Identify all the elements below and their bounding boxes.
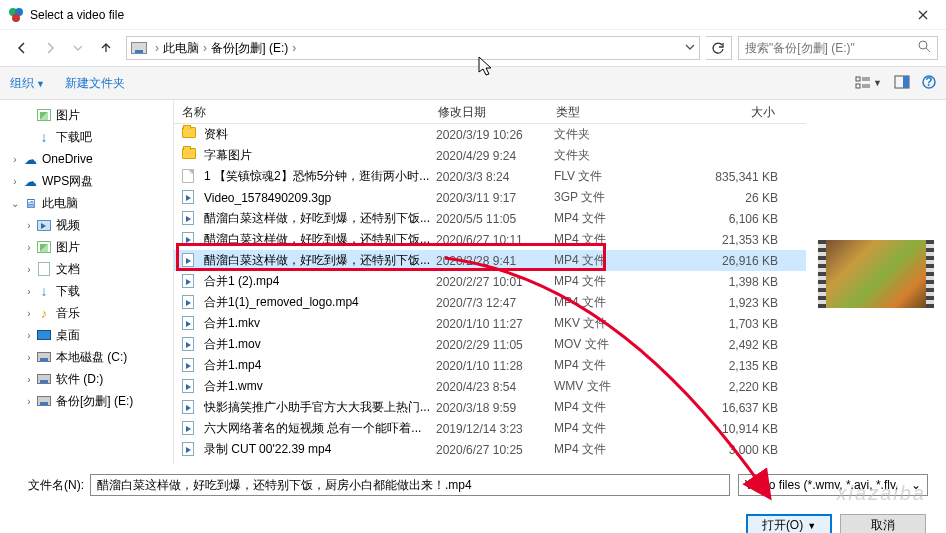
file-row[interactable]: 合并1(1)_removed_logo.mp42020/7/3 12:47MP4… <box>174 292 806 313</box>
address-dropdown[interactable] <box>685 41 695 55</box>
expand-icon[interactable]: › <box>22 396 36 407</box>
expand-icon[interactable]: › <box>22 330 36 341</box>
svg-point-3 <box>919 41 927 49</box>
tree-node[interactable]: ›备份[勿删] (E:) <box>0 390 173 412</box>
cell-name: 合并1.mkv <box>204 315 436 332</box>
document-icon <box>36 261 52 277</box>
file-row[interactable]: 资料2020/3/19 10:26文件夹 <box>174 124 806 145</box>
chevron-down-icon <box>73 43 83 53</box>
new-folder-button[interactable]: 新建文件夹 <box>65 75 125 92</box>
tree-node[interactable]: ›↓下载 <box>0 280 173 302</box>
file-row[interactable]: Video_1578490209.3gp2020/3/11 9:173GP 文件… <box>174 187 806 208</box>
cell-date: 2019/12/14 3:23 <box>436 422 554 436</box>
tree-label: WPS网盘 <box>42 173 93 190</box>
tree-label: 文档 <box>56 261 80 278</box>
help-button[interactable]: ? <box>922 75 936 92</box>
expand-icon[interactable]: ⌄ <box>8 198 22 209</box>
expand-icon[interactable]: › <box>22 286 36 297</box>
cell-name: 快影搞笑推广小助手官方大大我要上热门... <box>204 399 436 416</box>
col-size[interactable]: 大小 <box>672 100 784 123</box>
back-button[interactable] <box>8 34 36 62</box>
search-box[interactable]: 搜索"备份[勿删] (E:)" <box>738 36 938 60</box>
tree-node[interactable]: ›☁OneDrive <box>0 148 173 170</box>
close-button[interactable] <box>900 0 946 30</box>
cell-type: MKV 文件 <box>554 315 678 332</box>
address-bar[interactable]: › 此电脑 › 备份[勿删] (E:) › <box>126 36 700 60</box>
file-row[interactable]: 合并1.mp42020/1/10 11:28MP4 文件2,135 KB <box>174 355 806 376</box>
expand-icon[interactable]: › <box>22 264 36 275</box>
breadcrumb-folder[interactable]: 备份[勿删] (E:) <box>211 40 288 57</box>
list-header[interactable]: 名称 修改日期 类型 大小 <box>174 100 806 124</box>
expand-icon[interactable]: › <box>22 308 36 319</box>
media-file-icon <box>182 442 198 458</box>
disk-icon <box>36 349 52 365</box>
tree-node[interactable]: ›桌面 <box>0 324 173 346</box>
file-row[interactable]: 1 【笑镇惊魂2】恐怖5分钟，逛街两小时...2020/3/3 8:24FLV … <box>174 166 806 187</box>
file-icon <box>182 169 198 185</box>
recent-dropdown[interactable] <box>64 34 92 62</box>
file-row[interactable]: 合并1.wmv2020/4/23 8:54WMV 文件2,220 KB <box>174 376 806 397</box>
expand-icon[interactable]: › <box>22 374 36 385</box>
cell-name: 合并1.mp4 <box>204 357 436 374</box>
filename-input[interactable] <box>90 474 730 496</box>
file-row[interactable]: 合并1 (2).mp42020/2/27 10:01MP4 文件1,398 KB <box>174 271 806 292</box>
tree-node[interactable]: ›文档 <box>0 258 173 280</box>
view-mode-button[interactable]: ▼ <box>855 76 882 90</box>
file-row[interactable]: 快影搞笑推广小助手官方大大我要上热门...2020/3/18 9:59MP4 文… <box>174 397 806 418</box>
file-row[interactable]: 录制 CUT 00'22.39 mp42020/6/27 10:25MP4 文件… <box>174 439 806 460</box>
col-type[interactable]: 类型 <box>548 100 672 123</box>
breadcrumb-sep: › <box>288 41 300 55</box>
expand-icon[interactable]: › <box>22 242 36 253</box>
expand-icon[interactable]: › <box>8 176 22 187</box>
nav-tree[interactable]: ›图片›↓下载吧›☁OneDrive›☁WPS网盘⌄🖥此电脑›视频›图片›文档›… <box>0 100 174 464</box>
disk-icon <box>36 393 52 409</box>
tree-node[interactable]: ›图片 <box>0 104 173 126</box>
preview-pane-icon <box>894 75 910 89</box>
tree-node[interactable]: ›☁WPS网盘 <box>0 170 173 192</box>
tree-node[interactable]: ›本地磁盘 (C:) <box>0 346 173 368</box>
media-file-icon <box>182 358 198 374</box>
tree-label: 桌面 <box>56 327 80 344</box>
chevron-down-icon: ⌄ <box>911 478 921 492</box>
open-button[interactable]: 打开(O)▼ <box>746 514 832 533</box>
tree-node[interactable]: ⌄🖥此电脑 <box>0 192 173 214</box>
forward-button[interactable] <box>36 34 64 62</box>
tree-node[interactable]: ›视频 <box>0 214 173 236</box>
tree-node[interactable]: ›图片 <box>0 236 173 258</box>
col-date[interactable]: 修改日期 <box>430 100 548 123</box>
breadcrumb-root[interactable]: 此电脑 <box>163 40 199 57</box>
file-row[interactable]: 六大网络著名的短视频 总有一个能吓着...2019/12/14 3:23MP4 … <box>174 418 806 439</box>
help-icon: ? <box>922 75 936 89</box>
preview-pane <box>806 100 946 464</box>
file-type-filter[interactable]: Video files (*.wmv, *.avi, *.flv, ⌄ <box>738 474 928 496</box>
cell-size: 2,492 KB <box>678 338 778 352</box>
tree-label: 下载 <box>56 283 80 300</box>
cell-size: 26 KB <box>678 191 778 205</box>
media-file-icon <box>182 400 198 416</box>
tree-node[interactable]: ›↓下载吧 <box>0 126 173 148</box>
cell-date: 2020/3/18 9:59 <box>436 401 554 415</box>
file-row[interactable]: 醋溜白菜这样做，好吃到爆，还特别下饭...2020/6/27 10:11MP4 … <box>174 229 806 250</box>
refresh-button[interactable] <box>706 36 732 60</box>
tree-node[interactable]: ›软件 (D:) <box>0 368 173 390</box>
organize-menu[interactable]: 组织▼ <box>10 75 45 92</box>
cell-name: 字幕图片 <box>204 147 436 164</box>
cell-date: 2020/1/10 11:27 <box>436 317 554 331</box>
expand-icon[interactable]: › <box>22 220 36 231</box>
file-row[interactable]: 醋溜白菜这样做，好吃到爆，还特别下饭...2020/5/5 11:05MP4 文… <box>174 208 806 229</box>
download-icon: ↓ <box>36 283 52 299</box>
file-row[interactable]: 字幕图片2020/4/29 9:24文件夹 <box>174 145 806 166</box>
file-row[interactable]: 合并1.mov2020/2/29 11:05MOV 文件2,492 KB <box>174 334 806 355</box>
preview-pane-button[interactable] <box>894 75 910 92</box>
up-button[interactable] <box>92 34 120 62</box>
col-name[interactable]: 名称 <box>174 100 430 123</box>
expand-icon[interactable]: › <box>22 352 36 363</box>
file-row[interactable]: 醋溜白菜这样做，好吃到爆，还特别下饭...2020/2/28 9:41MP4 文… <box>174 250 806 271</box>
drive-icon <box>131 42 147 54</box>
tree-node[interactable]: ›♪音乐 <box>0 302 173 324</box>
cancel-button[interactable]: 取消 <box>840 514 926 533</box>
cell-name: 六大网络著名的短视频 总有一个能吓着... <box>204 420 436 437</box>
cell-type: MOV 文件 <box>554 336 678 353</box>
expand-icon[interactable]: › <box>8 154 22 165</box>
file-row[interactable]: 合并1.mkv2020/1/10 11:27MKV 文件1,703 KB <box>174 313 806 334</box>
